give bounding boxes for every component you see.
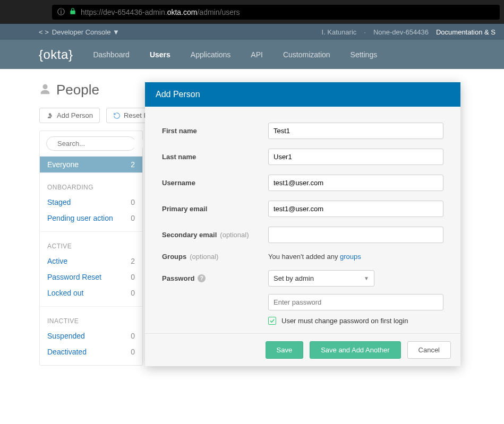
info-icon: ⓘ: [57, 7, 65, 17]
input-password[interactable]: [268, 294, 443, 310]
nav-applications[interactable]: Applications: [191, 50, 231, 59]
url-prefix: https://dev-654436-admin.: [81, 8, 167, 16]
label-secondary-email: Secondary email (optional): [162, 231, 268, 239]
nav-customization[interactable]: Customization: [283, 50, 330, 59]
groups-empty-text: You haven't added any groups: [268, 253, 443, 261]
input-last-name[interactable]: [268, 149, 443, 165]
nav-settings[interactable]: Settings: [351, 50, 378, 59]
nav-api[interactable]: API: [251, 50, 263, 59]
add-person-button[interactable]: Add Person: [39, 108, 100, 123]
label-groups: Groups (optional): [162, 253, 268, 261]
label-last-name: Last name: [162, 153, 268, 161]
top-org[interactable]: None-dev-654436: [373, 28, 429, 36]
top-strip: < > Developer Console ▼ I. Katunaric · N…: [0, 24, 504, 40]
sidebar-item-deactivated[interactable]: Deactivated0: [40, 344, 142, 360]
input-first-name[interactable]: [268, 123, 443, 139]
url-path: /admin/users: [197, 8, 240, 16]
input-primary-email[interactable]: [268, 201, 443, 217]
groups-link[interactable]: groups: [340, 253, 361, 261]
code-icon: < >: [39, 28, 49, 36]
dot-separator: ·: [364, 28, 366, 36]
search-input[interactable]: [57, 140, 147, 148]
top-user[interactable]: I. Katunaric: [322, 28, 357, 36]
brand-logo[interactable]: {okta}: [39, 47, 73, 62]
label-primary-email: Primary email: [162, 205, 268, 213]
password-type-select[interactable]: Set by admin ▼: [268, 270, 374, 287]
sidebar-item-pending[interactable]: Pending user action0: [40, 210, 142, 226]
add-person-modal: Add Person First name Last name Username…: [145, 82, 460, 366]
nav-dashboard[interactable]: Dashboard: [93, 50, 130, 59]
lock-icon: [69, 7, 76, 16]
help-icon[interactable]: ?: [198, 274, 206, 282]
top-doc-link[interactable]: Documentation & S: [436, 28, 496, 36]
section-active: ACTIVE: [40, 237, 142, 253]
save-button[interactable]: Save: [266, 341, 304, 359]
people-icon: [39, 83, 51, 97]
input-username[interactable]: [268, 175, 443, 191]
page-title-text: People: [56, 82, 99, 98]
cancel-button[interactable]: Cancel: [407, 341, 451, 359]
save-add-another-button[interactable]: Save and Add Another: [310, 341, 400, 359]
modal-title: Add Person: [145, 82, 460, 107]
nav-users[interactable]: Users: [150, 50, 170, 59]
checkbox-label: User must change password on first login: [281, 317, 408, 325]
url-host: okta.com: [167, 8, 198, 16]
label-first-name: First name: [162, 127, 268, 135]
label-username: Username: [162, 179, 268, 187]
main-nav: {okta} Dashboard Users Applications API …: [0, 40, 504, 69]
section-onboarding: ONBOARDING: [40, 178, 142, 194]
sidebar-item-pwreset[interactable]: Password Reset0: [40, 269, 142, 285]
console-switcher[interactable]: Developer Console ▼: [52, 28, 119, 36]
chevron-down-icon: ▼: [364, 275, 369, 281]
label-password: Password ?: [162, 274, 268, 282]
sidebar-item-everyone[interactable]: Everyone 2: [40, 157, 142, 172]
browser-urlbar: ⓘ https://dev-654436-admin.okta.com/admi…: [0, 0, 504, 24]
sidebar-item-locked[interactable]: Locked out0: [40, 285, 142, 301]
sidebar-item-suspended[interactable]: Suspended0: [40, 328, 142, 344]
checkbox-force-change[interactable]: [268, 317, 276, 325]
sidebar-item-active[interactable]: Active2: [40, 253, 142, 269]
search-input-wrap[interactable]: [46, 136, 136, 151]
input-secondary-email[interactable]: [268, 227, 443, 243]
section-inactive: INACTIVE: [40, 312, 142, 328]
sidebar-item-staged[interactable]: Staged0: [40, 194, 142, 210]
url-field[interactable]: ⓘ https://dev-654436-admin.okta.com/admi…: [52, 5, 500, 20]
